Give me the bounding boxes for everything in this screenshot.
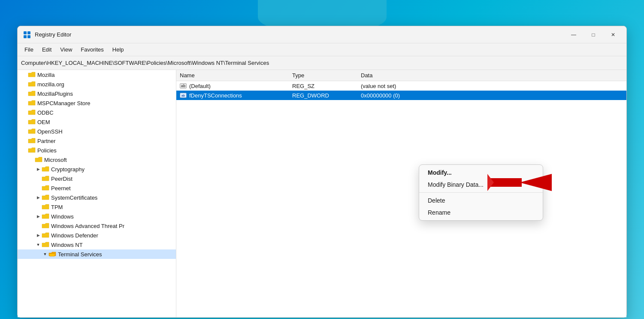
title-bar: Registry Editor — □ ✕ bbox=[18, 26, 626, 43]
menu-edit[interactable]: Edit bbox=[39, 45, 55, 55]
folder-icon bbox=[28, 100, 36, 106]
reg-type-fdenyts: REG_DWORD bbox=[292, 92, 361, 99]
window-controls: — □ ✕ bbox=[564, 28, 623, 42]
reg-data-default: (value not set) bbox=[361, 83, 626, 89]
registry-row-fdenyts[interactable]: ab fDenyTSConnections REG_DWORD 0x000000… bbox=[176, 91, 626, 100]
ctx-delete[interactable]: Delete bbox=[419, 194, 543, 207]
ctx-rename[interactable]: Rename bbox=[419, 207, 543, 219]
reg-name-default: ab (Default) bbox=[176, 83, 292, 89]
tree-item-policies[interactable]: Policies bbox=[18, 146, 176, 155]
folder-icon bbox=[28, 90, 36, 97]
folder-icon bbox=[28, 128, 36, 135]
tree-item-mspcmanager[interactable]: MSPCManager Store bbox=[18, 98, 176, 108]
tree-item-terminal-services[interactable]: ▼ Terminal Services bbox=[18, 249, 176, 259]
chevron-right-icon: ▶ bbox=[35, 166, 42, 173]
reg-name-fdenyts: ab fDenyTSConnections bbox=[176, 92, 292, 99]
close-button[interactable]: ✕ bbox=[603, 28, 623, 42]
folder-open-icon bbox=[48, 251, 56, 258]
folder-icon bbox=[42, 222, 49, 229]
chevron-right-icon: ▶ bbox=[35, 213, 42, 220]
minimize-button[interactable]: — bbox=[564, 28, 584, 42]
tree-item-peernet[interactable]: Peernet bbox=[18, 183, 176, 193]
tree-item-oem[interactable]: OEM bbox=[18, 117, 176, 127]
chevron-right-icon: ▶ bbox=[35, 232, 42, 239]
reg-type-default: REG_SZ bbox=[292, 83, 361, 89]
menu-help[interactable]: Help bbox=[109, 45, 127, 55]
svg-rect-0 bbox=[24, 31, 27, 34]
menu-favorites[interactable]: Favorites bbox=[77, 45, 107, 55]
tree-item-systemcerts[interactable]: ▶ SystemCertificates bbox=[18, 193, 176, 202]
tree-item-mozilla[interactable]: Mozilla bbox=[18, 70, 176, 79]
menu-bar: File Edit View Favorites Help bbox=[18, 43, 626, 56]
tree-item-peerdist[interactable]: PeerDist bbox=[18, 174, 176, 183]
tree-item-windows-atp[interactable]: Windows Advanced Threat Pr bbox=[18, 221, 176, 231]
svg-rect-2 bbox=[24, 35, 27, 38]
ctx-separator-1 bbox=[419, 192, 543, 193]
app-icon bbox=[23, 30, 31, 39]
tree-item-mozillaplugins[interactable]: MozillaPlugins bbox=[18, 89, 176, 98]
column-headers: Name Type Data bbox=[176, 70, 626, 81]
chevron-down-icon: ▼ bbox=[35, 241, 42, 248]
reg-dword-icon: ab bbox=[180, 93, 187, 98]
folder-icon bbox=[28, 137, 36, 144]
chevron-down-icon: ▼ bbox=[42, 251, 48, 258]
context-menu: Modify... Modify Binary Data... Delete R… bbox=[419, 164, 543, 221]
svg-rect-3 bbox=[27, 35, 30, 38]
tree-panel[interactable]: Mozilla mozilla.org MozillaPlugins bbox=[18, 70, 176, 317]
tree-item-cryptography[interactable]: ▶ Cryptography bbox=[18, 164, 176, 174]
folder-icon bbox=[42, 204, 49, 210]
tree-item-windows-defender[interactable]: ▶ Windows Defender bbox=[18, 231, 176, 240]
window-title: Registry Editor bbox=[35, 31, 71, 38]
svg-rect-1 bbox=[27, 31, 30, 34]
folder-icon bbox=[28, 118, 36, 125]
tree-item-windows[interactable]: ▶ Windows bbox=[18, 212, 176, 221]
menu-view[interactable]: View bbox=[57, 45, 76, 55]
folder-icon bbox=[28, 109, 36, 116]
folder-icon bbox=[42, 241, 49, 248]
registry-editor-window: Registry Editor — □ ✕ File Edit View Fav… bbox=[17, 26, 627, 318]
tree-item-windows-nt[interactable]: ▼ Windows NT bbox=[18, 240, 176, 249]
title-bar-left: Registry Editor bbox=[23, 30, 71, 39]
ctx-modify[interactable]: Modify... bbox=[419, 167, 543, 179]
folder-icon bbox=[42, 166, 49, 173]
chevron-right-icon: ▶ bbox=[35, 194, 42, 201]
reg-data-fdenyts: 0x00000000 (0) bbox=[361, 92, 626, 99]
registry-row-default[interactable]: ab (Default) REG_SZ (value not set) bbox=[176, 81, 626, 91]
right-panel: Name Type Data ab (Default) REG_SZ (valu… bbox=[176, 70, 626, 317]
main-content: Mozilla mozilla.org MozillaPlugins bbox=[18, 70, 626, 317]
tree-item-microsoft[interactable]: Microsoft bbox=[18, 155, 176, 164]
folder-icon bbox=[42, 185, 49, 191]
menu-file[interactable]: File bbox=[21, 45, 37, 55]
folder-icon bbox=[35, 156, 42, 163]
folder-icon bbox=[42, 194, 49, 201]
folder-icon bbox=[42, 232, 49, 239]
col-header-name: Name bbox=[176, 72, 292, 79]
col-header-data: Data bbox=[361, 72, 626, 79]
tree-item-tpm[interactable]: TPM bbox=[18, 202, 176, 212]
folder-icon bbox=[28, 81, 36, 88]
ctx-modify-binary[interactable]: Modify Binary Data... bbox=[419, 179, 543, 191]
folder-icon bbox=[28, 147, 36, 154]
folder-icon bbox=[28, 71, 36, 78]
address-text: Computer\HKEY_LOCAL_MACHINE\SOFTWARE\Pol… bbox=[21, 60, 269, 66]
tree-item-mozilla-org[interactable]: mozilla.org bbox=[18, 79, 176, 89]
tree-item-odbc[interactable]: ODBC bbox=[18, 108, 176, 117]
folder-icon bbox=[42, 213, 49, 220]
tree-item-partner[interactable]: Partner bbox=[18, 136, 176, 146]
col-header-type: Type bbox=[292, 72, 361, 79]
folder-icon bbox=[42, 175, 49, 182]
maximize-button[interactable]: □ bbox=[584, 28, 603, 42]
tree-item-openssh[interactable]: OpenSSH bbox=[18, 127, 176, 136]
reg-ab-icon: ab bbox=[180, 83, 187, 88]
address-bar: Computer\HKEY_LOCAL_MACHINE\SOFTWARE\Pol… bbox=[18, 56, 626, 70]
